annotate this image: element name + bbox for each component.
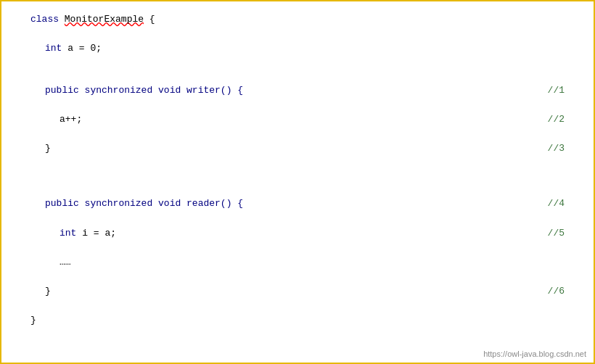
code-line-14: int i = a; //5 bbox=[16, 226, 579, 241]
empty-line bbox=[16, 157, 579, 170]
code-line-1: class MonitorExample { bbox=[16, 12, 579, 28]
code-line-20: } bbox=[16, 313, 579, 328]
empty-line bbox=[16, 128, 579, 141]
empty-line bbox=[16, 70, 579, 83]
code-container: class MonitorExample { int a = 0; public… bbox=[0, 0, 595, 364]
empty-line bbox=[16, 212, 579, 226]
empty-line bbox=[16, 28, 579, 41]
class-name-span: MonitorExample bbox=[65, 14, 144, 25]
empty-line bbox=[16, 241, 579, 255]
empty-line bbox=[16, 170, 579, 183]
empty-line bbox=[16, 270, 579, 284]
empty-line bbox=[16, 99, 579, 112]
code-block: class MonitorExample { int a = 0; public… bbox=[1, 7, 594, 333]
code-line-16: …… bbox=[16, 255, 579, 270]
code-line-12: public synchronized void reader() { //4 bbox=[16, 196, 579, 212]
code-line-5: public synchronized void writer() { //1 bbox=[16, 83, 579, 99]
empty-line bbox=[16, 183, 579, 196]
watermark: https://owl-java.blog.csdn.net bbox=[483, 349, 586, 358]
empty-line bbox=[16, 299, 579, 313]
code-line-7: a++; //2 bbox=[16, 112, 579, 128]
code-line-9: } //3 bbox=[16, 141, 579, 157]
code-line-18: } //6 bbox=[16, 284, 579, 299]
code-line-3: int a = 0; bbox=[16, 41, 579, 57]
empty-line bbox=[16, 57, 579, 70]
